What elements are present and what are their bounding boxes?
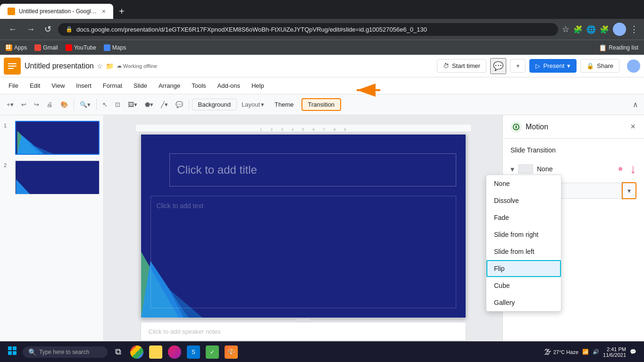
menu-format[interactable]: Format — [98, 80, 127, 91]
dropdown-item-flip[interactable]: Flip — [486, 260, 561, 277]
system-clock[interactable]: 2:41 PM 11/6/2021 — [603, 346, 626, 358]
text-box-tool[interactable]: ⊡ — [112, 99, 123, 110]
slide-preview-2[interactable] — [15, 160, 100, 194]
dropdown-item-slide-right[interactable]: Slide from right — [486, 226, 561, 243]
taskbar-app-4[interactable]: S — [185, 344, 202, 361]
google-account-icon[interactable]: 🌐 — [586, 25, 596, 34]
svg-rect-23 — [13, 351, 17, 355]
volume-icon[interactable]: 🔊 — [593, 349, 599, 355]
reading-list[interactable]: 📋 Reading list — [599, 44, 638, 51]
tab-close-button[interactable]: × — [102, 8, 106, 15]
taskbar-task-view[interactable]: ⧉ — [109, 344, 126, 361]
folder-icon[interactable]: 📁 — [106, 62, 114, 70]
profile-picture[interactable] — [613, 23, 626, 36]
offline-label: Working offline — [123, 63, 157, 69]
insert-button[interactable]: +▾ — [4, 99, 17, 110]
refresh-button[interactable]: ↺ — [42, 22, 54, 36]
start-timer-button[interactable]: ⏱ Start timer — [437, 59, 486, 73]
extension-icon[interactable]: 🧩 — [573, 25, 583, 34]
offline-icon: ☁ — [117, 63, 122, 69]
bookmark-gmail[interactable]: Gmail — [34, 44, 58, 51]
undo-button[interactable]: ↩ — [18, 99, 29, 110]
youtube-favicon — [66, 44, 72, 51]
transition-dropdown-menu: None Dissolve Fade Slide from right Slid… — [486, 175, 561, 311]
comment-button[interactable]: 💬 — [490, 58, 506, 74]
dropdown-item-none[interactable]: None — [486, 175, 561, 192]
expand-transition-button[interactable]: ▾ — [510, 165, 514, 174]
menu-file[interactable]: File — [4, 80, 23, 91]
extensions-icon[interactable]: 🧩 — [600, 25, 609, 34]
slide-preview-1[interactable] — [15, 121, 100, 155]
star-icon[interactable]: ☆ — [562, 24, 569, 34]
select-tool[interactable]: ↖ — [100, 99, 110, 110]
slide-number-2: 2 — [4, 160, 11, 168]
layout-button[interactable]: Layout▾ — [239, 99, 267, 110]
dropdown-item-gallery[interactable]: Gallery — [486, 294, 561, 311]
menu-addons[interactable]: Add-ons — [213, 80, 245, 91]
taskbar-chrome[interactable] — [128, 344, 145, 361]
menu-insert[interactable]: Insert — [71, 80, 96, 91]
share-button[interactable]: 🔒 Share — [580, 59, 619, 73]
menu-icon[interactable]: ⋮ — [630, 24, 638, 34]
menu-arrange[interactable]: Arrange — [154, 80, 185, 91]
comment-tool[interactable]: 💬 — [173, 99, 186, 110]
present-button[interactable]: ▷ Present ▾ — [529, 59, 577, 73]
motion-panel-close-button[interactable]: × — [629, 121, 636, 133]
print-button[interactable]: 🖨 — [44, 99, 56, 110]
start-button[interactable] — [4, 344, 21, 360]
tab-title: Untitled presentation - Google S — [19, 8, 98, 15]
bookmark-maps-label: Maps — [112, 44, 126, 51]
taskbar-app-3[interactable] — [166, 344, 183, 361]
dropdown-item-fade[interactable]: Fade — [486, 209, 561, 226]
dropdown-arrow-button[interactable]: ▾ — [622, 182, 636, 199]
paint-format-button[interactable]: 🎨 — [58, 99, 71, 110]
forward-button[interactable]: → — [24, 23, 38, 36]
bookmark-maps[interactable]: Maps — [104, 44, 126, 51]
taskbar-app-5[interactable]: ✓ — [204, 344, 221, 361]
slide-canvas[interactable]: Click to add title Click to add text — [141, 134, 466, 318]
notes-area[interactable]: Click to add speaker notes — [141, 322, 466, 341]
image-tool[interactable]: 🖼▾ — [125, 99, 140, 110]
app-title[interactable]: Untitled presentation — [25, 62, 94, 70]
dropdown-item-dissolve[interactable]: Dissolve — [486, 192, 561, 209]
toolbar-collapse-button[interactable]: ∧ — [631, 98, 640, 111]
new-tab-button[interactable]: + — [113, 6, 130, 17]
menu-view[interactable]: View — [47, 80, 69, 91]
theme-button[interactable]: Theme — [269, 99, 299, 110]
slide-thumb-2[interactable]: 2 — [2, 159, 101, 196]
slide-canvas-wrapper: Click to add title Click to add text — [141, 134, 466, 318]
bookmark-youtube[interactable]: YouTube — [66, 44, 96, 51]
redo-button[interactable]: ↪ — [31, 99, 42, 110]
pink-arrow-down: ↓ — [630, 161, 636, 177]
menu-tools[interactable]: Tools — [187, 80, 210, 91]
address-bar[interactable]: 🔒 docs.google.com/presentation/d/1eGTXE6… — [58, 23, 558, 36]
bookmark-youtube-label: YouTube — [74, 44, 96, 51]
dropdown-item-slide-left[interactable]: Slide from left — [486, 243, 561, 260]
taskbar-file-explorer[interactable] — [147, 344, 164, 361]
zoom-button[interactable]: 🔍▾ — [77, 99, 93, 110]
line-tool[interactable]: ╱▾ — [158, 99, 171, 110]
bookmark-apps[interactable]: Apps — [6, 44, 27, 51]
transition-button[interactable]: Transition — [301, 98, 342, 111]
slide-title-box[interactable]: Click to add title — [169, 153, 456, 186]
user-avatar[interactable] — [627, 59, 640, 73]
active-tab[interactable]: Untitled presentation - Google S × — [0, 4, 113, 19]
dropdown-item-cube[interactable]: Cube — [486, 277, 561, 294]
new-slide-button[interactable]: + — [510, 59, 526, 73]
center-handle[interactable] — [296, 319, 310, 322]
menu-slide[interactable]: Slide — [129, 80, 152, 91]
background-button[interactable]: Background — [192, 99, 237, 110]
slide-text-box[interactable]: Click to add text — [151, 196, 456, 308]
clock-time: 2:41 PM — [607, 346, 626, 352]
slide-text-placeholder: Click to add text — [157, 202, 204, 210]
slide-thumb-1[interactable]: 1 — [2, 119, 101, 157]
star-title-icon[interactable]: ☆ — [97, 62, 103, 70]
back-button[interactable]: ← — [6, 23, 20, 36]
shapes-tool[interactable]: ⬟▾ — [142, 99, 156, 110]
menu-help[interactable]: Help — [247, 80, 269, 91]
network-icon[interactable]: 📶 — [582, 349, 589, 355]
notification-icon[interactable]: 💬 — [630, 349, 636, 355]
taskbar-app-6[interactable]: 🎨 — [223, 344, 240, 361]
menu-edit[interactable]: Edit — [25, 80, 45, 91]
taskbar-search[interactable]: 🔍 Type here to search — [23, 346, 108, 358]
